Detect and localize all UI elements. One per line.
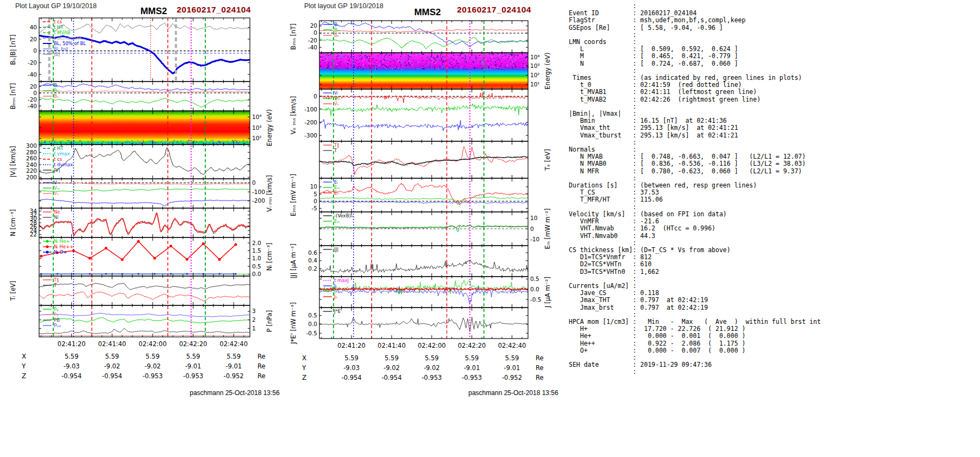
svg-text:-0.952: -0.952 bbox=[224, 372, 244, 380]
left-figure-pressure bbox=[39, 313, 250, 336]
svg-text:Nᵢ He+: Nᵢ He+ bbox=[54, 239, 70, 244]
svg-text:10³: 10³ bbox=[530, 62, 540, 69]
mms-event-viewer: 40200-20-40Bₗ,|B| [nT]t cst HTt MVABt BL… bbox=[0, 0, 980, 457]
svg-text:Jₙ: Jₙ bbox=[334, 294, 337, 299]
svg-text:1: 1 bbox=[252, 325, 256, 331]
svg-text:Vₘ: Vₘ bbox=[54, 185, 60, 191]
svg-text:0: 0 bbox=[252, 179, 256, 186]
svg-text:10³: 10³ bbox=[252, 124, 262, 131]
svg-text:260: 260 bbox=[26, 155, 37, 161]
svg-text:Eₗₘₙ [mV m⁻¹]: Eₗₘₙ [mV m⁻¹] bbox=[290, 174, 297, 216]
svg-text:10¹: 10¹ bbox=[530, 81, 540, 87]
svg-text:BL bst: BL bst bbox=[54, 46, 68, 52]
middle-figure-electron-spectrogram bbox=[319, 53, 529, 89]
svg-text:Z: Z bbox=[22, 372, 26, 380]
svg-text:Bₗₘₙ [nT]: Bₗₘₙ [nT] bbox=[290, 23, 297, 50]
middle-figure-b-lmn bbox=[319, 22, 528, 49]
svg-text:-10: -10 bbox=[530, 236, 539, 242]
left-figure-header: Plot Layout GP 19/10/2018 bbox=[15, 2, 97, 10]
svg-text:-9.03: -9.03 bbox=[343, 364, 360, 372]
svg-text:300: 300 bbox=[26, 142, 37, 149]
svg-text:Jₗ: Jₗ bbox=[334, 283, 336, 289]
svg-text:PB: PB bbox=[54, 317, 60, 323]
svg-text:-0.954: -0.954 bbox=[381, 374, 401, 381]
svg-text:-0.953: -0.953 bbox=[462, 374, 482, 381]
svg-text:0.0: 0.0 bbox=[308, 321, 317, 327]
svg-text:5.59: 5.59 bbox=[344, 354, 359, 362]
svg-text:Eₘ [mW m⁻²]: Eₘ [mW m⁻²] bbox=[544, 208, 551, 249]
svg-text:5: 5 bbox=[313, 191, 317, 197]
svg-text:Vₙ: Vₙ bbox=[54, 191, 59, 196]
svg-text:10²: 10² bbox=[530, 72, 540, 78]
svg-text:Pₜₒₜ: Pₜₒₜ bbox=[54, 323, 61, 328]
left-figure: 40200-20-40Bₗ,|B| [nT]t cst HTt MVABt BL… bbox=[9, 18, 273, 380]
plots-canvas: 40200-20-40Bₗ,|B| [nT]t cst HTt MVABt BL… bbox=[0, 0, 980, 457]
svg-text:T∥: T∥ bbox=[53, 277, 59, 283]
svg-text:J*E' [nW m⁻³]: J*E' [nW m⁻³] bbox=[290, 302, 297, 344]
svg-text:-100: -100 bbox=[252, 189, 265, 195]
svg-text:0.0: 0.0 bbox=[252, 271, 261, 277]
svg-text:-20: -20 bbox=[28, 96, 37, 103]
svg-text:-0.954: -0.954 bbox=[342, 374, 362, 381]
middle-figure-em-compare bbox=[319, 225, 528, 232]
svg-text:Bₗ: Bₗ bbox=[54, 83, 58, 88]
svg-text:Re: Re bbox=[536, 374, 544, 381]
svg-text:Energy (eV): Energy (eV) bbox=[266, 109, 273, 146]
svg-text:02:42:40: 02:42:40 bbox=[219, 340, 248, 348]
svg-text:40: 40 bbox=[30, 24, 37, 30]
left-figure-b-lmn bbox=[39, 83, 250, 107]
svg-text:-20: -20 bbox=[308, 37, 317, 43]
svg-text:Vᵢ ₗₘₙ [km/s]: Vᵢ ₗₘₙ [km/s] bbox=[266, 175, 273, 212]
svg-text:02:42:20: 02:42:20 bbox=[458, 342, 486, 349]
svg-text:Bₗ: Bₗ bbox=[334, 22, 338, 27]
svg-text:Energy (eV): Energy (eV) bbox=[544, 53, 551, 90]
svg-text:Re: Re bbox=[536, 364, 544, 372]
svg-text:Vₑ ₗₘₙ [km/s]: Vₑ ₗₘₙ [km/s] bbox=[290, 96, 297, 134]
svg-text:1.5: 1.5 bbox=[252, 247, 261, 254]
svg-text:02:41:40: 02:41:40 bbox=[378, 342, 406, 349]
svg-text:t MVAB: t MVAB bbox=[54, 30, 70, 35]
svg-text:1.0: 1.0 bbox=[252, 255, 261, 261]
svg-text:-0.953: -0.953 bbox=[422, 374, 442, 381]
svg-text:Vₘ: Vₘ bbox=[334, 96, 340, 101]
svg-text:Bₗₘₙ [nT]: Bₗₘₙ [nT] bbox=[9, 83, 17, 110]
svg-text:-9.02: -9.02 bbox=[384, 364, 400, 372]
svg-text:Re: Re bbox=[257, 372, 266, 380]
svg-text:22: 22 bbox=[30, 231, 37, 237]
svg-text:3: 3 bbox=[252, 308, 256, 314]
svg-text:-200: -200 bbox=[304, 119, 317, 126]
svg-text:20: 20 bbox=[310, 22, 317, 29]
svg-text:|J| [μA m⁻²]: |J| [μA m⁻²] bbox=[290, 243, 297, 279]
svg-text:2: 2 bbox=[252, 316, 256, 323]
svg-text:Z: Z bbox=[302, 374, 306, 381]
svg-text:-40: -40 bbox=[28, 103, 37, 109]
svg-text:Eₘ: Eₘ bbox=[334, 185, 340, 190]
svg-text:20: 20 bbox=[30, 83, 37, 90]
svg-text:N [cm⁻³]: N [cm⁻³] bbox=[9, 209, 17, 236]
svg-text:Bₘ: Bₘ bbox=[54, 88, 60, 93]
svg-text:T: T bbox=[334, 148, 337, 153]
svg-text:02:42:40: 02:42:40 bbox=[498, 342, 526, 349]
svg-text:5.59: 5.59 bbox=[227, 353, 241, 360]
svg-text:t maxJ: t maxJ bbox=[334, 278, 349, 283]
svg-text:0.2: 0.2 bbox=[308, 265, 317, 272]
svg-text:-9.02: -9.02 bbox=[424, 364, 440, 372]
middle-figure-j-lmn bbox=[319, 280, 528, 304]
svg-text:-0.953: -0.953 bbox=[183, 372, 203, 380]
svg-text:t BLminmax: t BLminmax bbox=[54, 35, 81, 41]
svg-text:0.5: 0.5 bbox=[530, 276, 539, 282]
left-figure-vi-lmn bbox=[39, 183, 250, 206]
svg-text:BL, 50% of BL: BL, 50% of BL bbox=[54, 41, 86, 46]
svg-text:Y: Y bbox=[21, 362, 26, 370]
svg-text:5.59: 5.59 bbox=[186, 353, 200, 360]
svg-text:10⁴: 10⁴ bbox=[530, 54, 540, 60]
svg-text:Ne: Ne bbox=[54, 209, 60, 215]
svg-text:0.0: 0.0 bbox=[530, 286, 539, 292]
svg-text:-40: -40 bbox=[28, 71, 37, 78]
svg-text:10⁴: 10⁴ bbox=[252, 114, 262, 120]
svg-text:-9.01: -9.01 bbox=[185, 362, 202, 370]
svg-text:-9.01: -9.01 bbox=[504, 364, 520, 372]
svg-text:Bₙ: Bₙ bbox=[334, 33, 339, 38]
svg-text:-200: -200 bbox=[252, 197, 265, 204]
svg-text:Re: Re bbox=[257, 353, 266, 360]
